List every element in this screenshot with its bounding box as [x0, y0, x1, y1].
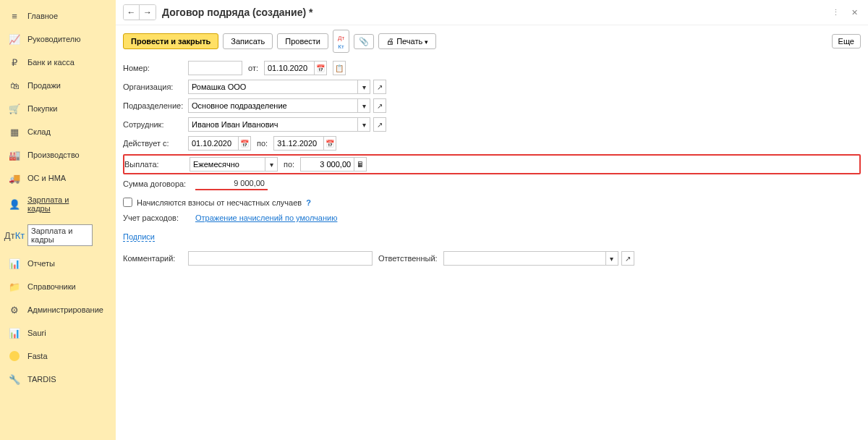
sidebar-item-sauri[interactable]: 📊Sauri [0, 321, 116, 344]
person-icon: 👤 [9, 198, 20, 210]
dropdown-icon[interactable]: ▾ [357, 98, 370, 113]
truck-icon: 🚚 [9, 172, 20, 184]
forward-button[interactable]: → [140, 5, 156, 20]
sidebar-item-label: Руководителю [27, 35, 93, 43]
payment-type-input[interactable] [190, 157, 265, 172]
sidebar-item-bank[interactable]: ₽Банк и касса [0, 51, 116, 74]
print-button[interactable]: Печать [378, 33, 436, 49]
sidebar-item-sales[interactable]: 🛍Продажи [0, 74, 116, 97]
from-label: от: [242, 64, 264, 72]
factory-icon: 🏭 [9, 149, 20, 161]
responsible-label: Ответственный: [373, 254, 443, 263]
payment-to-label: по: [278, 160, 300, 169]
to-label: по: [251, 139, 273, 148]
help-icon[interactable]: ? [306, 198, 311, 207]
post-close-button[interactable]: Провести и закрыть [123, 33, 218, 49]
dropdown-icon[interactable]: ▾ [605, 251, 618, 266]
menu-icon: ≡ [9, 10, 20, 22]
valid-to-input[interactable] [273, 136, 324, 151]
fasta-icon [9, 350, 20, 362]
sidebar-item-label: Покупки [27, 104, 93, 113]
sidebar-item-reports[interactable]: 📊Отчеты [0, 252, 116, 275]
sidebar-item-fasta[interactable]: Fasta [0, 344, 116, 368]
dropdown-icon[interactable]: ▾ [265, 157, 278, 172]
valid-from-input[interactable] [188, 136, 239, 151]
sidebar-item-label: Банк и касса [27, 58, 93, 67]
write-button[interactable]: Записать [223, 33, 273, 49]
ruble-icon: ₽ [9, 56, 20, 68]
sidebar-item-assets[interactable]: 🚚ОС и НМА [0, 166, 116, 190]
more-button[interactable]: Еще [832, 34, 861, 48]
calendar-icon[interactable]: 📅 [314, 61, 327, 75]
attach-button[interactable] [354, 34, 374, 49]
bag-icon: 🛍 [9, 80, 20, 91]
sidebar-item-label: Зарплата и кадры [27, 224, 93, 246]
sidebar-item-label: Зарплата и кадры [27, 195, 93, 213]
header: ← → Договор подряда (создание) * ⋮ ✕ [116, 0, 868, 25]
sidebar-item-purchases[interactable]: 🛒Покупки [0, 97, 116, 120]
sidebar-item-label: Fasta [27, 352, 93, 360]
post-button[interactable]: Провести [277, 33, 328, 49]
sidebar-item-references[interactable]: 📁Справочники [0, 275, 116, 298]
sidebar-item-label: Справочники [27, 282, 93, 291]
accident-label: Начисляются взносы от несчастных случаев [137, 198, 302, 207]
sidebar-item-label: Производство [27, 151, 93, 159]
chart-icon: 📈 [9, 33, 20, 45]
sum-label: Сумма договора: [123, 179, 195, 188]
dtkt-icon: ДтКт [9, 229, 20, 241]
calculator-icon[interactable]: 🖩 [354, 157, 367, 172]
valid-from-label: Действует с: [123, 139, 188, 148]
sidebar-item-label: Продажи [27, 81, 93, 90]
page-title: Договор подряда (создание) * [162, 7, 312, 18]
payment-label: Выплата: [124, 160, 190, 169]
form: Номер: от: 📅 📋 Организация: ▾ ↗ Подразде… [116, 57, 868, 272]
bars-icon: 📊 [9, 258, 20, 269]
more-vertical-icon[interactable]: ⋮ [829, 6, 842, 19]
dtkt-button[interactable]: ДтКт [333, 30, 349, 53]
open-link-icon[interactable]: ↗ [373, 80, 386, 94]
grid-icon: ▦ [9, 126, 20, 138]
sidebar-item-label: Отчеты [27, 259, 93, 268]
sidebar-item-admin[interactable]: ⚙Администрирование [0, 298, 116, 321]
open-link-icon[interactable]: ↗ [621, 251, 634, 266]
number-label: Номер: [123, 64, 188, 72]
comment-label: Комментарий: [123, 254, 188, 263]
dept-input[interactable] [188, 98, 358, 113]
dropdown-icon[interactable]: ▾ [357, 80, 370, 94]
sidebar-item-label: Главное [27, 12, 93, 20]
sauri-icon: 📊 [9, 327, 20, 339]
close-icon[interactable]: ✕ [848, 6, 861, 19]
toolbar: Провести и закрыть Записать Провести ДтК… [116, 25, 868, 57]
sidebar-item-tardis[interactable]: 🔧TARDIS [0, 368, 116, 391]
sidebar-item-warehouse[interactable]: ▦Склад [0, 120, 116, 143]
open-link-icon[interactable]: ↗ [373, 98, 386, 113]
sidebar-item-label: Sauri [27, 329, 93, 337]
sidebar-item-label: Администрирование [27, 305, 93, 314]
calendar-icon[interactable]: 📅 [238, 136, 251, 151]
sidebar-item-production[interactable]: 🏭Производство [0, 143, 116, 166]
org-input[interactable] [188, 80, 358, 94]
comment-input[interactable] [188, 251, 373, 266]
main-content: ← → Договор подряда (создание) * ⋮ ✕ Про… [116, 0, 868, 440]
expense-label: Учет расходов: [123, 213, 195, 222]
open-link-icon[interactable]: ↗ [373, 117, 386, 132]
accident-checkbox[interactable] [123, 198, 132, 207]
sidebar-item-main[interactable]: ≡Главное [0, 4, 116, 28]
gear-icon: ⚙ [9, 304, 20, 316]
responsible-input[interactable] [443, 251, 606, 266]
employee-input[interactable] [188, 117, 358, 132]
payment-amount-input[interactable] [300, 157, 354, 172]
back-button[interactable]: ← [124, 5, 140, 20]
dropdown-icon[interactable]: ▾ [357, 117, 370, 132]
signatures-link[interactable]: Подписи [123, 232, 155, 242]
sidebar-item-salary-2[interactable]: ДтКтЗарплата и кадры [0, 219, 116, 252]
sidebar-item-manager[interactable]: 📈Руководителю [0, 28, 116, 51]
calendar-popup-icon[interactable]: 📋 [333, 61, 346, 75]
sidebar: ≡Главное 📈Руководителю ₽Банк и касса 🛍Пр… [0, 0, 116, 440]
number-input[interactable] [188, 61, 242, 75]
sidebar-item-salary[interactable]: 👤Зарплата и кадры [0, 190, 116, 219]
calendar-icon[interactable]: 📅 [323, 136, 336, 151]
sidebar-item-label: Склад [27, 127, 93, 136]
expense-link[interactable]: Отражение начислений по умолчанию [195, 213, 337, 222]
date-input[interactable] [264, 61, 315, 75]
